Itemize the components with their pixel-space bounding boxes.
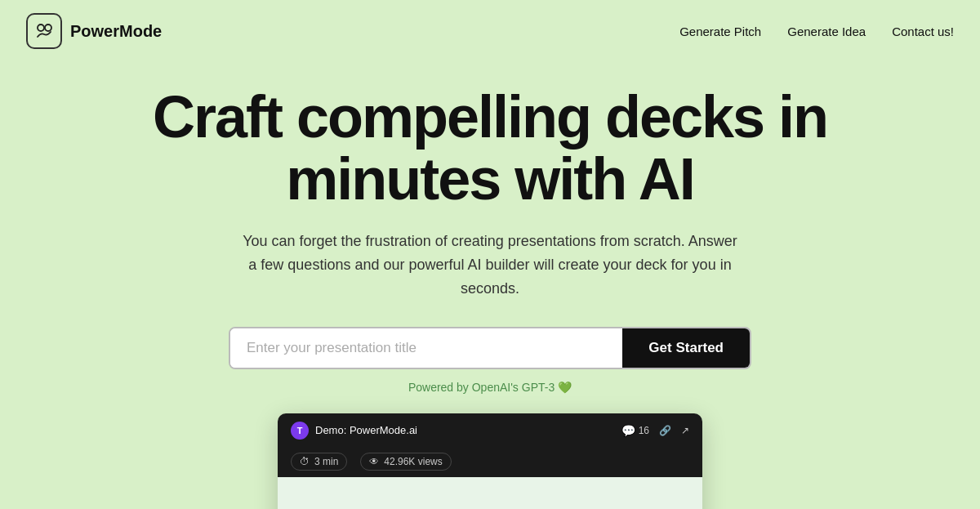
- comment-number: 16: [639, 425, 649, 436]
- clock-icon: ⏱: [300, 456, 310, 467]
- hero-section: Craft compelling decks in minutes with A…: [0, 62, 980, 509]
- logo-icon: [26, 13, 62, 49]
- search-bar: Get Started: [229, 327, 751, 369]
- comment-count: 💬 16: [621, 424, 649, 437]
- get-started-button[interactable]: Get Started: [622, 328, 750, 368]
- duration-text: 3 min: [314, 456, 338, 467]
- video-title: Demo: PowerMode.ai: [315, 424, 417, 436]
- video-title-area: T Demo: PowerMode.ai: [291, 422, 417, 440]
- logo: PowerMode: [26, 13, 162, 49]
- video-thumbnail[interactable]: Idea-to-slides, in seconds PowerMode is …: [278, 477, 702, 509]
- video-actions: 💬 16 🔗 ↗: [621, 424, 689, 437]
- link-icon: 🔗: [659, 425, 671, 436]
- svg-point-1: [45, 25, 51, 31]
- hero-title: Craft compelling decks in minutes with A…: [49, 87, 931, 210]
- navbar-links: Generate Pitch Generate Idea Contact us!: [679, 25, 954, 38]
- nav-contact-us[interactable]: Contact us!: [892, 25, 954, 38]
- video-preview: T Demo: PowerMode.ai 💬 16 🔗 ↗ ⏱ 3 min: [278, 413, 702, 509]
- nav-generate-idea[interactable]: Generate Idea: [787, 25, 866, 38]
- views-text: 42.96K views: [384, 456, 442, 467]
- svg-point-0: [38, 25, 44, 31]
- link-button[interactable]: 🔗: [659, 425, 671, 436]
- logo-text: PowerMode: [70, 22, 162, 41]
- share-button[interactable]: ↗: [681, 425, 689, 436]
- video-topbar: T Demo: PowerMode.ai 💬 16 🔗 ↗: [278, 413, 702, 448]
- hero-subtitle: You can forget the frustration of creati…: [237, 230, 743, 300]
- presentation-title-input[interactable]: [230, 328, 622, 368]
- comment-icon: 💬: [621, 424, 635, 437]
- video-meta: ⏱ 3 min 👁 42.96K views: [278, 448, 702, 477]
- navbar: PowerMode Generate Pitch Generate Idea C…: [0, 0, 980, 62]
- powered-by-text: Powered by OpenAI's GPT-3 💚: [408, 381, 572, 394]
- share-icon: ↗: [681, 425, 689, 436]
- video-views: 👁 42.96K views: [360, 453, 451, 471]
- eye-icon: 👁: [369, 456, 379, 467]
- video-duration: ⏱ 3 min: [291, 453, 347, 471]
- video-avatar: T: [291, 422, 309, 440]
- nav-generate-pitch[interactable]: Generate Pitch: [679, 25, 761, 38]
